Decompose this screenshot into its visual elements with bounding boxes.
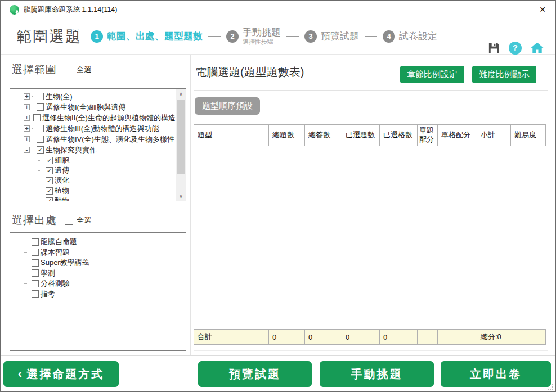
checkbox[interactable]: ✓ [37,146,44,154]
checkbox[interactable] [32,259,39,267]
checkbox[interactable] [32,269,39,277]
expand-icon[interactable]: + [24,104,30,110]
close-icon: ✕ [539,6,546,13]
step-separator [286,36,299,37]
tree-item[interactable]: + 選修生物I(全)細胞與遺傳 [10,102,186,112]
selected-cells-value: 0 [380,330,418,345]
source-item[interactable]: 分科測驗 [10,278,186,289]
source-item[interactable]: 指考 [10,289,186,300]
source-label: 分科測驗 [41,278,70,289]
tree-item-child[interactable]: ✓ 動物 [10,196,186,201]
step-4-label: 試卷設定 [399,31,437,42]
tree-connector [24,273,30,273]
source-item[interactable]: 課本習題 [10,247,186,258]
save-icon[interactable] [487,42,500,55]
tree-connector [24,242,30,242]
source-select-all-checkbox[interactable] [65,217,73,225]
generate-paper-button[interactable]: 立即出卷 [441,361,551,387]
question-type-order-preset-button[interactable]: 題型順序預設 [195,97,260,115]
tree-label: 選修生物IV(全)生態、演化及生物多樣性 [46,134,174,145]
checkbox[interactable] [33,114,41,121]
tree-label: 演化 [55,175,69,186]
source-item[interactable]: Super教學講義 [10,258,186,268]
checkbox[interactable] [37,125,44,132]
tree-scrollbar[interactable]: ∧ ∨ [176,89,186,201]
source-label: 龍騰自命題 [41,237,77,247]
step-2-sublabel: 選擇性步驟 [243,38,281,46]
maximize-button[interactable] [504,1,530,19]
checkbox[interactable] [32,280,39,287]
range-select-all-label: 全選 [77,65,91,75]
tree-item[interactable]: + 選修生物III(全)動物體的構造與功能 [10,123,186,134]
minimize-icon [488,10,494,10]
range-select-all-checkbox[interactable] [65,66,73,74]
source-select-all-label: 全選 [77,215,91,226]
scrollbar-thumb[interactable] [177,100,185,174]
scroll-down-icon[interactable]: ∨ [176,191,186,201]
step-4-circle: 4 [383,30,395,43]
total-answers-value: 0 [305,330,342,345]
checkbox[interactable]: ✓ [46,167,53,174]
titlebar: 龍騰題庫命題系統 1.1.14(114) ✕ [1,1,555,19]
page-header: 範圍選題 1 範圍、出處、題型題數 2 手動挑題 選擇性步驟 3 預覽試題 4 [1,19,555,55]
step-3-label: 預覽試題 [321,31,359,42]
chevron-left-icon: ‹ [18,367,22,381]
scroll-up-icon[interactable]: ∧ [176,89,186,98]
source-label: 課本習題 [41,247,70,258]
checkbox[interactable] [37,136,44,143]
minimize-button[interactable] [478,1,504,19]
tree-label: 選修生物II(全)生命的起源與植物體的構造與功能 [42,113,186,123]
close-button[interactable]: ✕ [530,1,555,19]
wizard-steps: 1 範圍、出處、題型題數 2 手動挑題 選擇性步驟 3 預覽試題 4 試卷設定 [91,27,437,45]
help-icon[interactable]: ? [509,42,522,55]
section-divider [194,90,548,91]
checkbox[interactable] [32,249,39,256]
col-difficulty: 難易度 [511,125,546,146]
step-2-manual-pick[interactable]: 2 手動挑題 選擇性步驟 [226,27,281,45]
expand-icon[interactable]: + [24,125,30,132]
tree-connector [32,128,35,129]
expander-glyph: + [25,115,29,121]
step-4-paper-settings[interactable]: 4 試卷設定 [383,30,437,43]
preview-questions-button[interactable]: 預覽試題 [198,361,312,387]
home-icon[interactable] [530,41,544,55]
tree-item-child[interactable]: ✓ 植物 [10,186,186,196]
tree-item-child[interactable]: ✓ 細胞 [10,155,186,165]
checkbox[interactable]: ✓ [46,197,53,202]
tree-item[interactable]: + 選修生物II(全)生命的起源與植物體的構造與功能 [10,112,186,123]
question-type-table: 題型 總題數 總答數 已選題數 已選格數 單題配分 單格配分 小計 難易度 合計… [194,124,545,345]
checkbox[interactable]: ✓ [46,157,53,164]
manual-pick-button[interactable]: 手動挑題 [320,361,434,387]
checkbox[interactable] [32,238,39,246]
tree-connector [24,294,30,294]
checkbox[interactable]: ✓ [46,177,53,184]
step-1-range[interactable]: 1 範圍、出處、題型題數 [91,30,203,43]
resize-grip[interactable] [548,384,553,390]
tree-connector [38,181,44,181]
checkbox[interactable]: ✓ [46,187,53,195]
checkbox[interactable] [32,290,39,298]
chapter-ratio-button[interactable]: 章節比例設定 [400,66,464,83]
expand-icon[interactable]: + [24,115,30,121]
back-to-method-button[interactable]: ‹ 選擇命題方式 [3,361,119,387]
checkbox[interactable] [37,93,44,100]
tree-item[interactable]: - ✓ 生物探究與實作 [10,145,186,155]
bottom-bar: ‹ 選擇命題方式 預覽試題 手動挑題 立即出卷 [1,355,555,391]
step-3-preview[interactable]: 3 預覽試題 [304,30,359,43]
tree-item[interactable]: + 生物(全) [10,91,186,102]
tree-item-child[interactable]: ✓ 遺傳 [10,165,186,175]
tree-label: 生物(全) [46,92,73,102]
collapse-icon[interactable]: - [24,147,30,153]
expand-icon[interactable]: + [24,136,30,142]
back-button-label: 選擇命題方式 [26,367,104,382]
tree-item-child[interactable]: ✓ 演化 [10,175,186,186]
tree-label: 生物探究與實作 [46,145,97,155]
difficulty-ratio-button[interactable]: 難度比例顯示 [472,66,536,83]
checkbox[interactable] [37,103,44,111]
tree-connector [32,107,35,107]
source-item[interactable]: 學測 [10,268,186,279]
tree-item[interactable]: + 選修生物IV(全)生態、演化及生物多樣性 [10,134,186,145]
step-separator [208,36,221,37]
source-item[interactable]: 龍騰自命題 [10,237,186,247]
expand-icon[interactable]: + [24,93,30,100]
